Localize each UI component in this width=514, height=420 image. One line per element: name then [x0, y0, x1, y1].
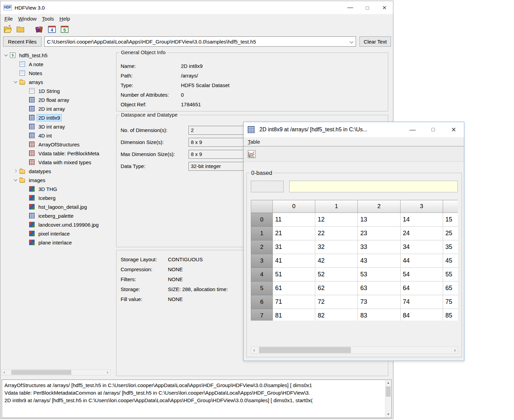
table-cell[interactable]: 85 [443, 309, 458, 321]
scrollbar-thumb[interactable] [259, 347, 351, 353]
expander-open-icon[interactable] [13, 177, 19, 183]
table-cell[interactable]: 65 [443, 281, 458, 295]
menu-file[interactable]: File [2, 15, 15, 23]
minimize-button[interactable]: — [402, 122, 423, 137]
table-cell[interactable]: 12 [315, 213, 358, 227]
file-path-combobox[interactable]: C:\Users\lori.cooper\AppData\Local\Apps\… [44, 36, 356, 47]
main-titlebar[interactable]: HDF HDFView 3.0 — □ × [0, 1, 393, 14]
column-header[interactable]: 0 [273, 200, 315, 213]
tree-item-iceberg-palette[interactable]: iceberg_palette [1, 211, 111, 220]
maximize-button[interactable]: □ [359, 1, 376, 14]
menu-tools[interactable]: Tools [39, 15, 57, 23]
table-cell[interactable]: 44 [400, 254, 443, 268]
scrollbar-track[interactable] [257, 347, 452, 353]
table-cell[interactable]: 71 [273, 295, 315, 309]
scroll-left-icon[interactable]: ‹ [1, 370, 7, 375]
tree-item-1d-string[interactable]: 1D String [1, 86, 111, 95]
table-cell[interactable]: 22 [315, 227, 358, 240]
tree-item-2d-float-array[interactable]: 2D float array [1, 95, 111, 104]
recent-files-button[interactable]: Recent Files [3, 36, 41, 47]
table-cell[interactable]: 73 [358, 295, 400, 309]
tree-item-arrayofstructures[interactable]: ArrayOfStructures [1, 140, 111, 149]
help-books-icon[interactable] [35, 25, 44, 34]
tree-item-hst-lagoon[interactable]: hst_lagoon_detail.jpg [1, 202, 111, 211]
table-cell[interactable]: 84 [400, 309, 443, 321]
table-cell[interactable]: 81 [273, 309, 315, 321]
table-cell[interactable]: 32 [315, 240, 358, 254]
table-cell[interactable]: 13 [358, 213, 400, 227]
scrollbar-track[interactable] [7, 370, 105, 375]
table-cell[interactable]: 55 [443, 268, 458, 281]
tree-item-plane-interlace[interactable]: plane interlace [1, 238, 111, 247]
tree-item-images[interactable]: images [1, 176, 111, 184]
table-cell[interactable]: 51 [273, 268, 315, 281]
tree-item-3d-thg[interactable]: 3D THG [1, 184, 111, 193]
row-header[interactable]: 4 [251, 268, 273, 281]
table-cell[interactable]: 45 [443, 254, 458, 268]
table-cell[interactable]: 14 [400, 213, 443, 227]
close-button[interactable]: × [376, 1, 393, 14]
table-cell[interactable]: 75 [443, 295, 458, 309]
tree-item-2d-int-array[interactable]: 2D int array [1, 104, 111, 113]
table-cell[interactable]: 11 [273, 213, 315, 227]
column-header[interactable]: 3 [400, 200, 443, 213]
table-cell[interactable]: 41 [273, 254, 315, 268]
scroll-right-icon[interactable]: › [452, 347, 458, 353]
table-cell[interactable]: 63 [358, 281, 400, 295]
table-cell[interactable]: 83 [358, 309, 400, 321]
row-header[interactable]: 3 [251, 254, 273, 268]
log-vertical-scrollbar[interactable]: ▲ ▼ [385, 380, 391, 417]
tree-item-vdata-mixed[interactable]: Vdata with mixed types [1, 158, 111, 167]
expander-open-icon[interactable] [13, 79, 19, 85]
table-cell[interactable]: 15 [443, 213, 458, 227]
expander-open-icon[interactable] [3, 52, 9, 58]
tree-item-vdata-table[interactable]: Vdata table: PerBlockMeta [1, 149, 111, 158]
table-cell[interactable]: 72 [315, 295, 358, 309]
row-header[interactable]: 1 [251, 227, 273, 240]
table-cell[interactable]: 52 [315, 268, 358, 281]
row-header[interactable]: 2 [251, 240, 273, 254]
table-cell[interactable]: 35 [443, 240, 458, 254]
clear-text-button[interactable]: Clear Text [359, 36, 391, 47]
table-cell[interactable]: 53 [358, 268, 400, 281]
scrollbar-track[interactable] [386, 386, 391, 412]
scroll-down-icon[interactable]: ▼ [386, 412, 391, 417]
tree-item-arrays[interactable]: arrays [1, 77, 111, 86]
table-cell[interactable]: 61 [273, 281, 315, 295]
table-cell[interactable]: 74 [400, 295, 443, 309]
scrollbar-thumb[interactable] [386, 386, 391, 397]
table-corner-cell[interactable] [251, 200, 273, 213]
tree-horizontal-scrollbar[interactable]: ‹ › [1, 369, 111, 375]
column-header[interactable]: 2 [358, 200, 400, 213]
tree-item-notes[interactable]: Notes [1, 69, 111, 77]
tree-item-3d-int-array[interactable]: 3D int array [1, 122, 111, 131]
table-cell[interactable]: 23 [358, 227, 400, 240]
hdf4-icon[interactable]: 4 [47, 25, 57, 34]
table-cell[interactable]: 33 [358, 240, 400, 254]
row-header[interactable]: 0 [251, 213, 273, 227]
scroll-left-icon[interactable]: ‹ [251, 347, 257, 353]
table-cell[interactable]: 43 [358, 254, 400, 268]
tree-item-a-note[interactable]: A note [1, 60, 111, 69]
maximize-button[interactable]: □ [423, 122, 443, 137]
tree-item-4d-int[interactable]: 4D int [1, 131, 111, 140]
minimize-button[interactable]: — [342, 1, 359, 14]
hdf5-icon[interactable]: 5 [60, 25, 69, 34]
close-file-icon[interactable] [16, 25, 25, 34]
chart-icon[interactable] [247, 149, 256, 159]
row-header[interactable]: 5 [251, 281, 273, 295]
table-horizontal-scrollbar[interactable]: ‹ › [251, 346, 458, 354]
table-cell[interactable]: 64 [400, 281, 443, 295]
column-header[interactable] [443, 200, 458, 213]
table-cell[interactable]: 34 [400, 240, 443, 254]
tree-item-pixel-interlace[interactable]: pixel interlace [1, 229, 111, 238]
menu-table[interactable]: Table [245, 138, 263, 146]
tree-item-datatypes[interactable]: datatypes [1, 167, 111, 176]
table-cell[interactable]: 54 [400, 268, 443, 281]
combo-dropdown-icon[interactable] [348, 37, 356, 46]
tree-item-2d-int8x9-selected[interactable]: 2D int8x9 [1, 113, 111, 122]
table-cell[interactable]: 31 [273, 240, 315, 254]
table-titlebar[interactable]: 2D int8x9 at /arrays/ [hdf5_test.h5 in C… [244, 122, 464, 137]
menu-window[interactable]: Window [15, 15, 39, 23]
scroll-right-icon[interactable]: › [105, 370, 110, 375]
